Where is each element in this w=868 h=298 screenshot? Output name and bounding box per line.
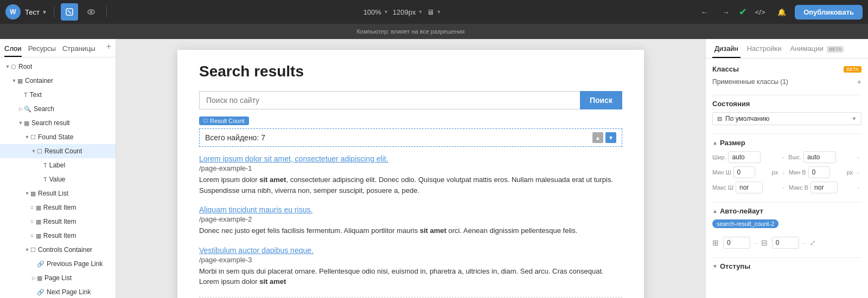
tree-item-next-page-link[interactable]: ▷ 🔗 Next Page Link (0, 285, 116, 298)
canvas-scroll[interactable]: Search results Поиск ☐ Result Count (116, 39, 705, 298)
min-w-label: Мин Ш (712, 169, 731, 176)
tree-item-controls-container[interactable]: ▼ ☐ Controls Container (0, 243, 116, 257)
result-count-badge: ☐ Result Count (199, 116, 249, 125)
tree-item-found-state[interactable]: ▼ ☐ Found State (0, 130, 116, 144)
tab-pages[interactable]: Страницы (62, 42, 95, 57)
tree-toggle-page-list[interactable]: ▷ (30, 275, 37, 281)
state-dropdown[interactable]: ⊟ По умолчанию ▼ (712, 112, 861, 125)
ruler-label: Компьютер: влияет на все разрешения (116, 28, 705, 35)
result-link-3[interactable]: Vestibulum auctor dapibus neque. (199, 246, 622, 255)
gap-1-input[interactable] (723, 237, 750, 249)
tree-item-value[interactable]: ▷ T Value (0, 172, 116, 186)
tree-toggle-search[interactable]: ▷ (17, 106, 24, 112)
width-input[interactable] (728, 151, 761, 163)
tree-label-text: Text (30, 91, 42, 99)
min-h-input[interactable] (808, 166, 830, 178)
tree-toggle-result-list[interactable]: ▼ (24, 190, 30, 197)
result-total-arrows: ▲ ▼ (592, 132, 616, 143)
left-tabs: Слои Ресурсы Страницы + (0, 39, 116, 57)
tree-item-container[interactable]: ▼ ▦ Container (0, 74, 116, 88)
search-button[interactable]: Поиск (580, 91, 622, 109)
tree-item-result-item-1[interactable]: = ▦ Result Item (0, 200, 116, 215)
tree-item-search-result[interactable]: ▼ ▦ Search result (0, 116, 116, 130)
tree-item-result-count[interactable]: ▼ ☐ Result Count (0, 144, 116, 158)
state-default-icon: ⊟ (717, 115, 722, 122)
result-url-2: /page-example-2 (199, 215, 622, 223)
auto-layout-chip[interactable]: search-result_count-2 (712, 219, 778, 228)
resize-icon[interactable]: ⤢ (809, 238, 816, 247)
breakpoint-dropdown-icon: ▼ (418, 9, 423, 15)
result-link-1[interactable]: Lorem ipsum dolor sit amet, consectetuer… (199, 154, 622, 163)
padding-title: Отступы (720, 262, 750, 270)
tree-item-result-list[interactable]: ▼ ▦ Result List (0, 186, 116, 200)
undo-button[interactable]: ← (695, 3, 713, 21)
layer-tree: ▼ ⬡ Root ▼ ▦ Container ▷ T Text ▷ (0, 57, 116, 298)
search-result-1: Lorem ipsum dolor sit amet, consectetuer… (199, 154, 622, 196)
tree-item-result-item-3[interactable]: = ▦ Result Item (0, 229, 116, 243)
height-dash: - (855, 154, 861, 160)
svg-line-1 (68, 10, 71, 14)
tree-item-previous-page-link[interactable]: ▷ 🔗 Previous Page Link (0, 257, 116, 271)
right-tab-animation[interactable]: Анимации BETA (788, 39, 846, 58)
add-class-button[interactable]: + (857, 77, 861, 86)
device-control[interactable]: 🖥 ▼ (427, 8, 441, 16)
classes-beta-badge: BETA (844, 66, 861, 73)
tree-toggle-container[interactable]: ▼ (11, 77, 17, 84)
result-item-3-icon: ▦ (36, 232, 41, 239)
search-input[interactable] (199, 91, 580, 109)
result-item-2-icon: ▦ (36, 218, 41, 225)
tree-item-result-item-2[interactable]: = ▦ Result Item (0, 215, 116, 229)
right-tab-settings[interactable]: Настройки (745, 39, 784, 58)
tree-item-search[interactable]: ▷ 🔍 Search (0, 102, 116, 116)
height-input[interactable] (803, 151, 836, 163)
app-dropdown-icon[interactable]: ▼ (42, 9, 47, 15)
tab-resources[interactable]: Ресурсы (28, 42, 56, 57)
padding-toggle[interactable]: ▼ Отступы (712, 262, 750, 270)
select-tool-button[interactable] (61, 3, 78, 21)
min-w-input[interactable] (733, 166, 755, 178)
tree-label-result-item-2: Result Item (43, 218, 76, 225)
tree-toggle-controls[interactable]: ▼ (24, 247, 30, 253)
tree-toggle-found-state[interactable]: ▼ (24, 134, 30, 140)
tree-toggle-search-result[interactable]: ▼ (17, 120, 24, 126)
size-title: Размер (720, 139, 745, 147)
size-section-toggle[interactable]: ▲ Размер (712, 139, 745, 147)
result-item-1-icon: ▦ (36, 204, 41, 211)
auto-layout-toggle[interactable]: ▲ Авто-лейаут (712, 207, 763, 215)
padding-section: ▼ Отступы (712, 262, 861, 270)
tree-item-root[interactable]: ▼ ⬡ Root (0, 60, 116, 74)
redo-button[interactable]: → (717, 3, 735, 21)
result-url-3: /page-example-3 (199, 256, 622, 264)
result-url-1: /page-example-1 (199, 164, 622, 172)
root-icon: ⬡ (11, 63, 16, 70)
max-h-input[interactable] (810, 182, 838, 193)
next-link-icon: 🔗 (37, 289, 44, 296)
app-logo[interactable]: W (5, 4, 21, 20)
result-link-2[interactable]: Aliquam tincidunt mauris eu risus. (199, 205, 622, 214)
max-w-input[interactable] (736, 182, 763, 193)
divider-2 (712, 134, 861, 134)
tree-item-label[interactable]: ▷ T Label (0, 158, 116, 172)
breakpoint-control[interactable]: 1209px ▼ (393, 8, 423, 16)
arrow-down-icon[interactable]: ▼ (605, 132, 616, 143)
gap-icon-2: ⊟ (761, 238, 768, 247)
preview-tool-button[interactable] (82, 3, 100, 21)
canvas-area: Search results Поиск ☐ Result Count (116, 39, 705, 298)
tree-toggle-result-count[interactable]: ▼ (30, 148, 37, 154)
tree-item-page-list[interactable]: ▷ ▦ Page List (0, 271, 116, 285)
zoom-control[interactable]: 100% ▼ (363, 8, 388, 16)
arrow-up-icon[interactable]: ▲ (592, 132, 603, 143)
tree-item-text[interactable]: ▷ T Text (0, 88, 116, 102)
right-tab-design[interactable]: Дизайн (712, 39, 741, 58)
tab-layers[interactable]: Слои (4, 42, 22, 57)
code-button[interactable]: </> (751, 3, 769, 21)
gap-2-dash: - (803, 239, 806, 246)
tree-toggle-root[interactable]: ▼ (4, 63, 11, 70)
publish-button[interactable]: Опубликовать (795, 5, 863, 20)
tree-label-page-list: Page List (44, 274, 72, 282)
gap-2-input[interactable] (772, 237, 799, 249)
add-page-button[interactable]: + (106, 42, 111, 57)
min-divider: - (780, 169, 787, 176)
bell-icon: 🔔 (777, 8, 786, 16)
notifications-button[interactable]: 🔔 (773, 3, 790, 21)
